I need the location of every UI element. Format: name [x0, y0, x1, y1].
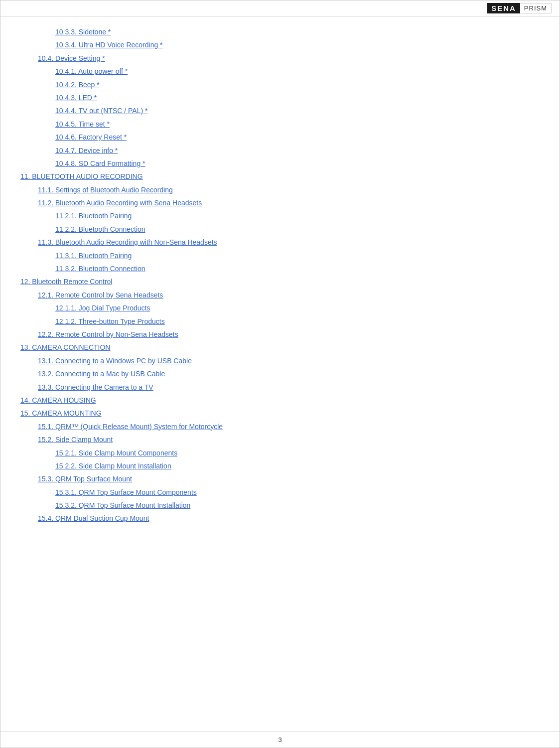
toc-link-10-4-7[interactable]: 10.4.7. Device info * — [55, 145, 540, 156]
page-number: 3 — [278, 736, 281, 744]
toc-link-13-1[interactable]: 13.1. Connecting to a Windows PC by USB … — [38, 355, 540, 366]
toc-link-15-4[interactable]: 15.4. QRM Dual Suction Cup Mount — [38, 513, 540, 524]
toc-link-10-4-3[interactable]: 10.4.3. LED * — [55, 92, 540, 103]
toc-link-12-2[interactable]: 12.2. Remote Control by Non-Sena Headset… — [38, 329, 540, 340]
toc-link-10-4[interactable]: 10.4. Device Setting * — [38, 53, 540, 64]
toc-link-10-4-2[interactable]: 10.4.2. Beep * — [55, 79, 540, 90]
toc-content: 10.3.3. Sidetone *10.3.4. Ultra HD Voice… — [0, 16, 560, 732]
logo-sena: SENA — [487, 3, 520, 13]
toc-link-13[interactable]: 13. CAMERA CONNECTION — [20, 342, 540, 353]
toc-link-10-4-6[interactable]: 10.4.6. Factory Reset * — [55, 132, 540, 143]
logo-prism: PRISM — [520, 3, 552, 13]
toc-link-12-1[interactable]: 12.1. Remote Control by Sena Headsets — [38, 290, 540, 300]
toc-link-15-2-1[interactable]: 15.2.1. Side Clamp Mount Components — [55, 448, 540, 458]
toc-link-15-3-1[interactable]: 15.3.1. QRM Top Surface Mount Components — [55, 487, 540, 498]
toc-link-13-2[interactable]: 13.2. Connecting to a Mac by USB Cable — [38, 368, 540, 379]
toc-link-12-1-2[interactable]: 12.1.2. Three-button Type Products — [55, 316, 540, 327]
toc-link-10-3-3[interactable]: 10.3.3. Sidetone * — [55, 26, 540, 37]
logo-area: SENA PRISM — [487, 3, 552, 13]
toc-link-14[interactable]: 14. CAMERA HOUSING — [20, 395, 540, 406]
page-wrapper: SENA PRISM 10.3.3. Sidetone *10.3.4. Ult… — [0, 0, 560, 748]
toc-link-10-3-4[interactable]: 10.3.4. Ultra HD Voice Recording * — [55, 39, 540, 50]
toc-link-10-4-4[interactable]: 10.4.4. TV out (NTSC / PAL) * — [55, 105, 540, 116]
toc-link-11-3[interactable]: 11.3. Bluetooth Audio Recording with Non… — [38, 237, 540, 248]
toc-link-11-2-2[interactable]: 11.2.2. Bluetooth Connection — [55, 224, 540, 235]
toc-link-15-2[interactable]: 15.2. Side Clamp Mount — [38, 434, 540, 445]
page-header: SENA PRISM — [0, 0, 560, 16]
toc-container: 10.3.3. Sidetone *10.3.4. Ultra HD Voice… — [20, 26, 540, 524]
toc-link-11[interactable]: 11. BLUETOOTH AUDIO RECORDING — [20, 171, 540, 182]
toc-link-12[interactable]: 12. Bluetooth Remote Control — [20, 276, 540, 287]
toc-link-11-2[interactable]: 11.2. Bluetooth Audio Recording with Sen… — [38, 197, 540, 208]
toc-link-10-4-1[interactable]: 10.4.1. Auto power off * — [55, 66, 540, 77]
toc-link-11-3-1[interactable]: 11.3.1. Bluetooth Pairing — [55, 250, 540, 261]
toc-link-10-4-8[interactable]: 10.4.8. SD Card Formatting * — [55, 158, 540, 169]
toc-link-15-3[interactable]: 15.3. QRM Top Surface Mount — [38, 473, 540, 484]
toc-link-11-3-2[interactable]: 11.3.2. Bluetooth Connection — [55, 263, 540, 274]
toc-link-15-1[interactable]: 15.1. QRM™ (Quick Release Mount) System … — [38, 421, 540, 432]
toc-link-11-1[interactable]: 11.1. Settings of Bluetooth Audio Record… — [38, 184, 540, 195]
toc-link-15[interactable]: 15. CAMERA MOUNTING — [20, 408, 540, 419]
toc-link-15-2-2[interactable]: 15.2.2. Side Clamp Mount Installation — [55, 460, 540, 471]
toc-link-10-4-5[interactable]: 10.4.5. Time set * — [55, 119, 540, 130]
toc-link-12-1-1[interactable]: 12.1.1. Jog Dial Type Products — [55, 302, 540, 313]
toc-link-15-3-2[interactable]: 15.3.2. QRM Top Surface Mount Installati… — [55, 500, 540, 511]
toc-link-13-3[interactable]: 13.3. Connecting the Camera to a TV — [38, 382, 540, 393]
page-footer: 3 — [0, 732, 560, 748]
toc-link-11-2-1[interactable]: 11.2.1. Bluetooth Pairing — [55, 210, 540, 221]
